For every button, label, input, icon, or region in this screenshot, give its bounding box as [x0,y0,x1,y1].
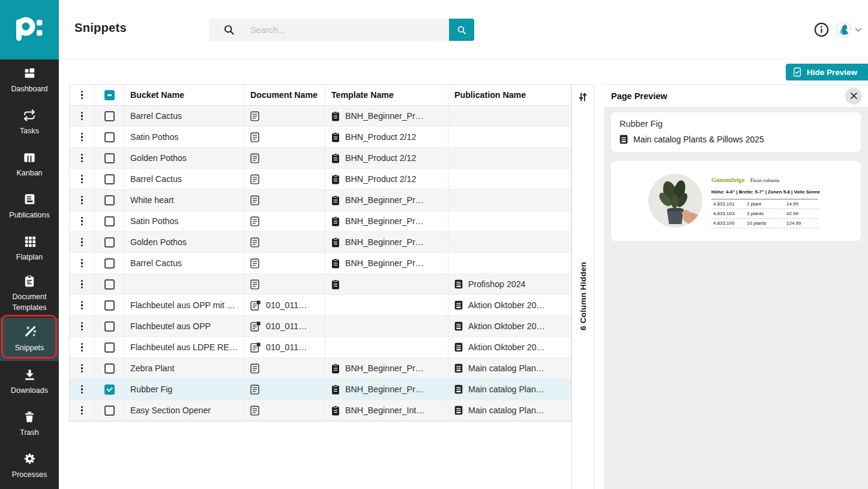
sidebar-item-processes[interactable]: Processes [0,445,59,487]
table-row[interactable]: Flachbeutel aus LDPE RE… 010_011… Aktion… [70,337,571,358]
row-menu-button[interactable] [70,253,95,273]
table-row[interactable]: Flachbeutel aus OPP mit … 010_011… Aktio… [70,295,571,316]
row-checkbox[interactable] [95,106,124,126]
sidebar: Dashboard Tasks Kanban Publications Flat… [0,0,59,489]
price-qty: 3 plants [747,211,786,216]
snippets-table: Bucket Name Document Name Template Name … [69,84,571,422]
table-row[interactable]: Zebra Plant BNH_Beginner_Pr… Main catalo… [70,358,571,379]
table-row[interactable]: Golden Pothos BNH_Beginner_Pr… [70,232,571,253]
row-menu-button[interactable] [70,190,95,210]
row-checkbox[interactable] [95,337,124,357]
document-icon [250,342,261,353]
table-row[interactable]: Profishop 2024 [70,274,571,295]
template-name-cell [325,316,448,336]
row-checkbox[interactable] [95,400,124,421]
table-row[interactable]: White heart BNH_Beginner_Pr… [70,190,571,211]
template-icon [331,195,340,205]
row-menu-button[interactable] [70,379,95,399]
row-checkbox[interactable] [95,190,124,210]
row-menu-button[interactable] [70,316,95,336]
sidebar-item-kanban[interactable]: Kanban [0,144,59,186]
sidebar-item-tasks[interactable]: Tasks [0,102,59,144]
row-menu-button[interactable] [70,358,95,378]
row-menu-button[interactable] [70,148,95,168]
table-row[interactable]: Barrel Cactus BNH_Beginner_Pr… [70,106,571,127]
hide-preview-button[interactable]: Hide Preview [786,64,868,80]
table-row[interactable]: Satin Pothos BNH_Beginner_Pr… [70,211,571,232]
user-menu-button[interactable] [836,22,862,38]
row-menu-button[interactable] [70,127,95,147]
document-icon [250,174,259,184]
sidebar-item-document-templates[interactable]: Document Templates [0,270,59,318]
sidebar-item-trash[interactable]: Trash [0,403,59,445]
trash-icon [23,410,35,424]
publication-icon [454,363,463,373]
row-menu-button[interactable] [70,232,95,252]
search-bar [209,19,474,41]
row-menu-button[interactable] [70,169,95,189]
table-row[interactable]: Satin Pothos BHN_Product 2/12 [70,127,571,148]
sidebar-item-flatplan[interactable]: Flatplan [0,228,59,270]
table-row[interactable]: Barrel Cactus BHN_Product 2/12 [70,169,571,190]
app-logo[interactable] [0,0,59,59]
column-settings-icon[interactable] [578,92,588,105]
row-menu-button[interactable] [70,295,95,315]
document-icon [250,153,259,163]
row-checkbox[interactable] [95,253,124,273]
column-header-template[interactable]: Template Name [325,85,448,105]
row-menu-button[interactable] [70,274,95,294]
column-header-bucket[interactable]: Bucket Name [124,85,244,105]
tasks-icon [23,109,36,122]
template-icon [331,174,340,184]
row-menu-button[interactable] [70,400,95,421]
publication-name-cell: Aktion Oktober 20… [448,337,571,357]
sidebar-item-label: Kanban [16,168,42,178]
table-row[interactable]: Flachbeutel aus OPP 010_011… Aktion Okto… [70,316,571,337]
row-checkbox[interactable] [95,274,124,294]
document-icon [250,216,259,226]
row-checkbox[interactable] [95,127,124,147]
price-qty: 10 plants [747,220,786,226]
row-checkbox[interactable] [95,295,124,315]
row-checkbox[interactable] [95,232,124,252]
row-checkbox[interactable] [95,379,124,399]
template-name-cell: BHN_Product 2/12 [325,169,448,189]
row-menu-button[interactable] [70,337,95,357]
column-header-publication[interactable]: Publication Name [448,85,571,105]
close-preview-button[interactable] [845,88,862,105]
sidebar-item-label: Flatplan [16,252,43,263]
gear-icon [23,452,36,466]
row-checkbox[interactable] [95,169,124,189]
row-checkbox[interactable] [95,316,124,336]
sidebar-item-downloads[interactable]: Downloads [0,361,59,403]
row-checkbox[interactable] [95,211,124,231]
template-icon [331,216,340,226]
publication-name-cell [448,169,571,189]
sidebar-item-dashboard[interactable]: Dashboard [0,59,59,102]
table-row[interactable]: Easy Section Opener BNH_Beginner_Int… Ma… [70,400,571,421]
document-icon [250,237,259,248]
template-icon [331,363,340,374]
document-name-cell: 010_011… [244,337,325,357]
sidebar-item-publications[interactable]: Publications [0,186,59,228]
sidebar-item-snippets[interactable]: Snippets [0,318,59,361]
search-input[interactable] [250,25,449,35]
info-button[interactable] [814,22,829,37]
template-name-cell: BNH_Beginner_Pr… [325,190,448,210]
logo-p-icon [11,12,47,48]
document-icon [250,279,259,290]
table-row[interactable]: Rubber Fig BNH_Beginner_Pr… Main catalog… [70,379,571,400]
publication-name-cell [448,190,571,210]
publication-icon [619,135,628,144]
bucket-name-cell: Flachbeutel aus OPP [124,316,244,336]
row-menu-button[interactable] [70,211,95,231]
search-submit-button[interactable] [449,19,474,41]
row-checkbox[interactable] [95,358,124,378]
table-row[interactable]: Golden Pothos BHN_Product 2/12 [70,148,571,169]
select-all-checkbox[interactable] [95,85,124,105]
column-header-document[interactable]: Document Name [244,85,325,105]
publication-icon [454,405,463,415]
row-checkbox[interactable] [95,148,124,168]
row-menu-button[interactable] [70,106,95,126]
table-row[interactable]: Barrel Cactus BNH_Beginner_Pr… [70,253,571,274]
